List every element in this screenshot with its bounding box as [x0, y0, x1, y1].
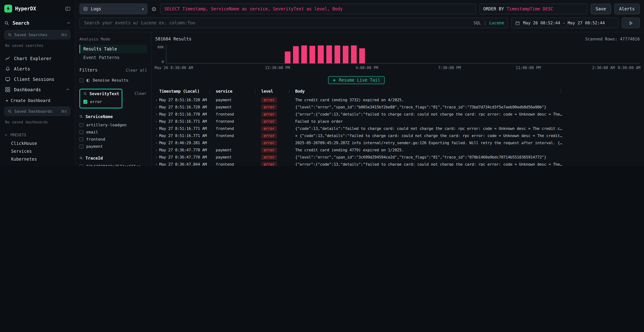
- facet-header-traceid[interactable]: TraceId: [80, 156, 147, 161]
- checkbox[interactable]: [80, 144, 83, 148]
- order-by-input[interactable]: ORDER BY TimestampTime DESC: [479, 4, 587, 14]
- column-header-level[interactable]: level⋮: [261, 89, 295, 94]
- sidebar-item-chart-explorer[interactable]: Chart Explorer: [4, 53, 70, 64]
- histogram-bar[interactable]: [310, 46, 316, 63]
- facet-option[interactable]: artillery-loadgen: [80, 121, 147, 128]
- row-expand-chevron[interactable]: ›: [154, 155, 159, 160]
- histogram-bar[interactable]: [318, 45, 324, 63]
- histogram-bar[interactable]: [293, 46, 299, 63]
- severity-items: error: [83, 98, 118, 105]
- hyperdx-logo[interactable]: [4, 5, 12, 12]
- sidebar-item-dashboards[interactable]: Dashboards: [4, 84, 70, 95]
- x-axis-tick: 2:30:00 AM: [592, 66, 615, 70]
- row-expand-chevron[interactable]: ›: [154, 134, 159, 138]
- histogram-bar[interactable]: [351, 45, 356, 63]
- x-axis-tick: 7:30:00 PM: [438, 66, 461, 70]
- clear-all-link[interactable]: Clear all: [126, 68, 147, 72]
- row-expand-chevron[interactable]: ›: [154, 148, 159, 152]
- lang-lucene-toggle[interactable]: Lucene: [489, 20, 504, 26]
- row-body: {"error":{"code":13,"details":"failed to…: [295, 112, 640, 116]
- table-row[interactable]: ›May 27 8:51:16.771 AMfrontenderrorFaile…: [154, 118, 640, 125]
- column-header-timestamp[interactable]: Timestamp (Local)⋮: [159, 89, 216, 94]
- sidebar-preset-item[interactable]: Kubernetes: [4, 155, 70, 163]
- sidebar-item-alerts[interactable]: Alerts: [4, 64, 70, 74]
- column-resize-handle[interactable]: ⋮: [287, 89, 295, 94]
- saved-dashboards-input[interactable]: Saved Dashboards ⌘K: [4, 106, 70, 116]
- table-row[interactable]: ›May 27 8:36:47.844 AMfrontenderror{"err…: [154, 161, 640, 166]
- column-resize-handle[interactable]: ⋮: [208, 89, 216, 94]
- table-row[interactable]: ›May 27 8:36:47.770 AMpaymenterrorThe cr…: [154, 146, 640, 154]
- search-input[interactable]: [83, 20, 471, 26]
- checkbox[interactable]: [80, 123, 83, 127]
- facet-option[interactable]: frontend: [80, 136, 147, 143]
- sidebar-item-label: Dashboards: [14, 87, 41, 92]
- create-dashboard-button[interactable]: + Create Dashboard: [4, 95, 70, 106]
- histogram-bar[interactable]: [326, 46, 332, 63]
- x-axis-tick: 12:30:00 PM: [265, 66, 290, 70]
- sidebar-preset-item[interactable]: Services: [4, 148, 70, 155]
- source-select[interactable]: Logs ▾: [80, 4, 148, 14]
- brand-name: HyperDX: [15, 6, 36, 12]
- facet-header-servicename[interactable]: ServiceName: [80, 114, 147, 119]
- collapse-sidebar-icon[interactable]: [65, 6, 70, 11]
- facet-header-severitytext[interactable]: SeverityText: [83, 91, 118, 96]
- column-header-body[interactable]: Body⋮: [295, 89, 640, 94]
- facet-option[interactable]: email: [80, 128, 147, 136]
- column-resize-handle[interactable]: ⋮: [253, 89, 261, 94]
- table-row[interactable]: ›May 27 8:51:16.720 AMpaymenterror{"leve…: [154, 104, 640, 110]
- facet-option[interactable]: payment: [80, 143, 147, 150]
- gear-icon[interactable]: ⚙: [150, 6, 157, 12]
- row-expand-chevron[interactable]: ›: [154, 105, 159, 109]
- table-row[interactable]: ›May 27 8:51:16.771 AMfrontenderror{"cod…: [154, 125, 640, 132]
- mode-event-patterns[interactable]: Event Patterns: [80, 53, 147, 62]
- facet-option[interactable]: 03b44828f42a3573ea655ce…: [80, 163, 147, 166]
- run-search-button[interactable]: [622, 18, 640, 28]
- monitor-icon: [5, 76, 10, 82]
- sidebar-preset-item[interactable]: ClickHouse: [4, 140, 70, 148]
- save-button[interactable]: Save: [590, 4, 611, 14]
- row-expand-chevron[interactable]: ›: [154, 98, 159, 102]
- column-resize-handle[interactable]: ⋮: [559, 89, 562, 94]
- lang-sql-toggle[interactable]: SQL: [474, 20, 481, 26]
- checkbox[interactable]: [80, 130, 83, 134]
- histogram-bar[interactable]: [302, 45, 307, 63]
- mode-results-table[interactable]: Results Table: [80, 45, 147, 53]
- clear-facet-link[interactable]: Clear: [134, 91, 146, 96]
- row-expand-chevron[interactable]: ›: [154, 126, 159, 131]
- time-range-picker[interactable]: May 26 08:52:44 - May 27 08:52:44: [511, 18, 618, 28]
- row-service: payment: [216, 98, 261, 102]
- saved-searches-input[interactable]: Saved Searches ⌘K: [4, 30, 70, 39]
- checkbox[interactable]: [80, 137, 83, 141]
- sql-select-input[interactable]: SELECT Timestamp, ServiceName as service…: [160, 4, 476, 14]
- facet-option[interactable]: error: [83, 98, 118, 105]
- chevron-up-icon[interactable]: [66, 21, 70, 25]
- row-expand-chevron[interactable]: ›: [154, 162, 159, 166]
- sidebar-item-client-sessions[interactable]: Client Sessions: [4, 74, 70, 84]
- column-label: service: [216, 89, 232, 94]
- table-row[interactable]: ›May 27 8:36:47.770 AMpaymenterror{"leve…: [154, 154, 640, 161]
- checkbox[interactable]: [80, 164, 83, 166]
- alerts-button[interactable]: Alerts: [614, 4, 640, 14]
- histogram-bar[interactable]: [342, 46, 348, 63]
- chevron-up-icon[interactable]: [66, 88, 70, 92]
- table-row[interactable]: ›May 27 8:51:16.771 AMfrontenderror× {"c…: [154, 132, 640, 139]
- checkbox[interactable]: [80, 78, 83, 82]
- histogram-bar[interactable]: [359, 48, 365, 63]
- row-expand-chevron[interactable]: ›: [154, 112, 159, 116]
- row-expand-chevron[interactable]: ›: [154, 119, 159, 124]
- table-row[interactable]: ›May 27 8:46:29.281 AMerror2025-05-26T09…: [154, 139, 640, 146]
- presets-header[interactable]: PRESETS: [4, 133, 70, 137]
- resume-live-tail-button[interactable]: Resume Live Tail: [328, 76, 384, 84]
- checkbox[interactable]: [83, 100, 87, 104]
- table-row[interactable]: ›May 27 8:51:16.770 AMfrontenderror{"err…: [154, 110, 640, 118]
- column-header-service[interactable]: service⋮: [216, 89, 261, 94]
- bell-icon: [5, 66, 10, 72]
- histogram-bar[interactable]: [334, 45, 340, 63]
- table-row[interactable]: ›May 27 8:51:16.720 AMpaymenterrorThe cr…: [154, 96, 640, 104]
- histogram-bar[interactable]: [285, 52, 291, 63]
- row-expand-chevron[interactable]: ›: [154, 140, 159, 145]
- facet-name: TraceId: [86, 156, 103, 161]
- denoise-option[interactable]: ◐ Denoise Results: [80, 76, 147, 84]
- sidebar-item-search[interactable]: Search: [4, 20, 70, 26]
- histogram-plot[interactable]: [166, 45, 640, 64]
